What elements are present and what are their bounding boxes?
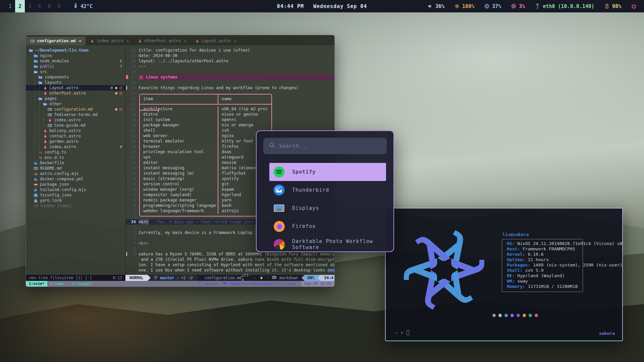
table-cell-item: shell (140, 128, 218, 133)
tab-otherPost.astro[interactable]: otherPost.astro× (133, 37, 191, 45)
neo-tree-panel[interactable]: ~/Development/liv.townnginxnode_modulesE… (26, 47, 125, 275)
line-text: <br> (139, 241, 148, 246)
tree-item-tsconfig.json[interactable]: TStsconfig.json (26, 192, 125, 198)
workspace-8[interactable]: 8 (44, 0, 54, 12)
tree-item-docker-compose.yml[interactable]: docker-compose.yml (26, 176, 125, 182)
powerline-separator (196, 275, 199, 281)
tab-close-icon[interactable]: × (184, 39, 186, 43)
tree-item-README.md[interactable]: README.md (26, 166, 125, 171)
tsconfig-icon: TS (33, 193, 38, 197)
tree-item-astro.config.mjs[interactable]: JSastro.config.mjs (26, 171, 125, 176)
tmux-statusbar: 1:nvim* 2:node- 3:lazygit master /home/l… (26, 281, 334, 287)
tree-item-contact.astro[interactable]: contact.astro (26, 133, 125, 139)
tree-item-components[interactable]: components (26, 74, 125, 80)
tree-item-layouts[interactable]: layouts (26, 80, 125, 85)
shell-prompt[interactable]: ~ > (395, 330, 409, 335)
tree-item-configuration.md[interactable]: configuration.md (26, 107, 125, 112)
tab-close-icon[interactable]: × (127, 39, 129, 43)
info-kernel: Kernel: 6.10.6 (507, 252, 583, 257)
tree-item-tone-guide.md[interactable]: tone-guide.md (26, 123, 125, 128)
tab-close-icon[interactable]: × (79, 39, 82, 43)
svg-text:TS: TS (39, 156, 42, 159)
sign-column (126, 160, 128, 166)
power-button[interactable] (631, 4, 637, 9)
tree-item-Layout.astro[interactable]: Layout.astroH (26, 85, 125, 90)
launcher-item-firefox[interactable]: Firefox (269, 217, 386, 235)
table-row: browserfirefox (140, 144, 271, 149)
tab-Layout.astro[interactable]: Layout.astro× (191, 37, 241, 45)
tree-item-fediverse-terms.md[interactable]: fediverse-terms.md (26, 112, 125, 117)
folder-icon (223, 281, 227, 286)
network-module: eth0 (10.0.0.140) (535, 3, 594, 9)
tree-item-other[interactable]: other (26, 101, 125, 107)
git-branch-icon (198, 281, 202, 286)
tree-item-package.json[interactable]: npmpackage.json (26, 182, 125, 187)
tree-item-env.d.ts[interactable]: TSenv.d.ts (26, 155, 125, 160)
sign-column (126, 74, 128, 80)
tree-item-nginx[interactable]: nginx (26, 53, 125, 58)
tree-item-pages[interactable]: pages (26, 96, 125, 101)
powerline-separator (302, 275, 305, 281)
launcher-item-thunderbird[interactable]: Thunderbird (269, 181, 386, 199)
tree-item-index.astro[interactable]: index.astro (26, 117, 125, 123)
launcher-item-spotify[interactable]: Spotify (269, 163, 386, 181)
statusline-tree-segment: neo-tree filesystem [1] [-] 8:13 (26, 275, 125, 281)
search-icon (269, 142, 275, 149)
tab-index.astro[interactable]: index.astro× (86, 37, 133, 45)
indent-guide (39, 128, 40, 133)
tree-item-index.astro[interactable]: index.astroH (26, 144, 125, 149)
code-line: 25Favorite things regarding Linux and my… (126, 85, 334, 90)
color-dot (523, 314, 526, 317)
astro-icon (43, 129, 48, 133)
tree-item-tailwind.config.mjs[interactable]: tailwind.config.mjs (26, 187, 125, 192)
sign-column (126, 192, 128, 198)
table-row: web servernginx (140, 133, 271, 139)
tree-item-label: node_modules (40, 59, 69, 63)
tree-item-label: README.md (40, 166, 62, 171)
launcher-item-darktable-photo-workflow-software[interactable]: Darktable Photo Workflow Software (269, 235, 386, 252)
md-icon (47, 123, 52, 128)
workspace-1[interactable]: 1 (5, 0, 15, 12)
tmux-window-1[interactable]: 1:nvim* (26, 281, 47, 287)
line-number: 2 (128, 209, 139, 214)
tmux-window-3[interactable]: 3:lazygit (69, 281, 95, 287)
sign-column (126, 101, 128, 107)
table-header-name: name (218, 95, 271, 104)
table-cell-item: package manager (140, 123, 218, 128)
tree-item--Development-liv.town[interactable]: ~/Development/liv.town (26, 48, 125, 53)
sign-column (126, 112, 128, 117)
clock-date: Wednesday Sep 04 (313, 3, 367, 9)
tab-close-icon[interactable]: × (234, 39, 236, 43)
workspace-4[interactable]: 4 (35, 0, 44, 12)
folder-icon (33, 59, 38, 63)
workspace-9[interactable]: 9 (54, 0, 64, 12)
tree-item-Dockerfile[interactable]: Dockerfile (26, 160, 125, 166)
tree-item-garden.astro[interactable]: garden.astro (26, 139, 125, 144)
workspace-2[interactable]: 2 (15, 0, 25, 12)
tree-item--6-hidden-items-[interactable]: (6 hidden items) (26, 203, 125, 208)
tree-item-yarn.lock[interactable]: yarn.lock (26, 198, 125, 203)
line-number: 5 (128, 193, 139, 197)
volume-icon (428, 4, 433, 9)
line-number: 15 (128, 139, 139, 144)
indent-guide (39, 90, 40, 96)
line-number: 20 (128, 112, 139, 117)
tree-item-balcony.astro[interactable]: balcony.astro (26, 128, 125, 133)
tree-item-otherPost.astro[interactable]: otherPost.astro (26, 90, 125, 96)
tree-item-label: astro.config.mjs (40, 171, 79, 176)
tree-item-label: package.json (40, 182, 69, 187)
git-blame-text: You, 5 days ago - feat: write rough post… (157, 220, 261, 224)
launcher-item-displays[interactable]: Displays (269, 199, 386, 217)
line-text: title: configuration for devices i use (… (139, 48, 250, 53)
tab-configuration.md[interactable]: configuration.md× (26, 37, 86, 45)
status-mark-H: H (110, 86, 113, 90)
tree-item-public[interactable]: public? (26, 64, 125, 69)
tree-item-node-modules[interactable]: node_modulesE (26, 58, 125, 64)
tmux-window-2[interactable]: 2:node- (47, 281, 69, 287)
workspace-3[interactable]: 3 (25, 0, 35, 12)
tree-item-src[interactable]: src (26, 69, 125, 74)
tree-item-config.ts[interactable]: TSconfig.ts (26, 149, 125, 155)
sign-column (126, 123, 128, 128)
docker-icon (33, 177, 38, 181)
search-input[interactable]: Search... (263, 138, 387, 154)
